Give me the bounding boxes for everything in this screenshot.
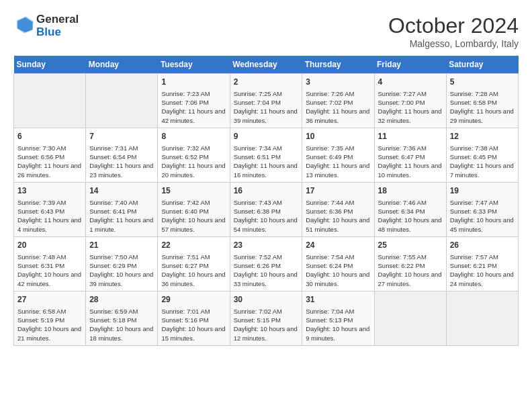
day-info: Sunrise: 7:51 AM Sunset: 6:27 PM Dayligh…: [161, 253, 225, 287]
day-number: 11: [378, 131, 443, 142]
day-cell: 2Sunrise: 7:25 AM Sunset: 7:04 PM Daylig…: [230, 74, 302, 128]
day-cell: 24Sunrise: 7:54 AM Sunset: 6:24 PM Dayli…: [302, 236, 374, 291]
day-number: 20: [17, 240, 82, 251]
day-info: Sunrise: 7:28 AM Sunset: 6:58 PM Dayligh…: [450, 90, 514, 124]
day-cell: 1Sunrise: 7:23 AM Sunset: 7:06 PM Daylig…: [158, 74, 230, 128]
day-number: 7: [89, 131, 154, 142]
day-cell: 4Sunrise: 7:27 AM Sunset: 7:00 PM Daylig…: [374, 74, 446, 128]
day-number: 17: [306, 185, 370, 197]
page-header: General Blue October 2024 Malgesso, Lomb…: [13, 13, 519, 49]
day-number: 26: [450, 240, 515, 251]
col-header-friday: Friday: [374, 56, 446, 74]
day-cell: [374, 291, 446, 345]
logo: General Blue: [13, 13, 79, 38]
day-number: 18: [378, 185, 443, 197]
day-cell: 27Sunrise: 6:58 AM Sunset: 5:19 PM Dayli…: [14, 291, 86, 345]
day-number: 8: [161, 131, 226, 142]
title-block: October 2024 Malgesso, Lombardy, Italy: [388, 13, 519, 49]
day-info: Sunrise: 7:48 AM Sunset: 6:31 PM Dayligh…: [17, 253, 81, 287]
day-number: 19: [450, 185, 515, 197]
day-info: Sunrise: 7:54 AM Sunset: 6:24 PM Dayligh…: [306, 253, 369, 287]
day-cell: 21Sunrise: 7:50 AM Sunset: 6:29 PM Dayli…: [86, 236, 158, 291]
day-cell: 3Sunrise: 7:26 AM Sunset: 7:02 PM Daylig…: [302, 74, 374, 128]
day-cell: 18Sunrise: 7:46 AM Sunset: 6:34 PM Dayli…: [374, 182, 446, 236]
day-info: Sunrise: 7:27 AM Sunset: 7:00 PM Dayligh…: [378, 90, 442, 124]
day-number: 14: [89, 185, 154, 197]
day-info: Sunrise: 7:50 AM Sunset: 6:29 PM Dayligh…: [89, 253, 153, 287]
day-number: 13: [17, 185, 82, 197]
logo-general: General: [36, 13, 79, 26]
day-cell: 17Sunrise: 7:44 AM Sunset: 6:36 PM Dayli…: [302, 182, 374, 236]
col-header-monday: Monday: [86, 56, 158, 74]
col-header-sunday: Sunday: [14, 56, 86, 74]
calendar-subtitle: Malgesso, Lombardy, Italy: [388, 38, 519, 49]
day-number: 9: [234, 131, 299, 142]
day-cell: 13Sunrise: 7:39 AM Sunset: 6:43 PM Dayli…: [14, 182, 86, 236]
week-row-5: 27Sunrise: 6:58 AM Sunset: 5:19 PM Dayli…: [14, 291, 519, 345]
day-cell: 20Sunrise: 7:48 AM Sunset: 6:31 PM Dayli…: [14, 236, 86, 291]
day-cell: 15Sunrise: 7:42 AM Sunset: 6:40 PM Dayli…: [158, 182, 230, 236]
day-info: Sunrise: 6:59 AM Sunset: 5:18 PM Dayligh…: [89, 308, 153, 342]
day-cell: 7Sunrise: 7:31 AM Sunset: 6:54 PM Daylig…: [86, 128, 158, 182]
day-info: Sunrise: 7:36 AM Sunset: 6:47 PM Dayligh…: [378, 144, 442, 179]
week-row-3: 13Sunrise: 7:39 AM Sunset: 6:43 PM Dayli…: [14, 182, 519, 236]
day-info: Sunrise: 6:58 AM Sunset: 5:19 PM Dayligh…: [17, 308, 81, 342]
day-number: 5: [450, 77, 515, 88]
day-cell: 12Sunrise: 7:38 AM Sunset: 6:45 PM Dayli…: [446, 128, 518, 182]
calendar-table: SundayMondayTuesdayWednesdayThursdayFrid…: [13, 56, 519, 346]
col-header-tuesday: Tuesday: [158, 56, 230, 74]
header-row: SundayMondayTuesdayWednesdayThursdayFrid…: [14, 56, 519, 74]
day-number: 4: [378, 77, 443, 88]
day-number: 28: [89, 294, 154, 306]
day-number: 15: [161, 185, 226, 197]
day-cell: 23Sunrise: 7:52 AM Sunset: 6:26 PM Dayli…: [230, 236, 302, 291]
day-number: 3: [306, 77, 370, 88]
day-info: Sunrise: 7:43 AM Sunset: 6:38 PM Dayligh…: [234, 199, 298, 233]
week-row-2: 6Sunrise: 7:30 AM Sunset: 6:56 PM Daylig…: [14, 128, 519, 182]
day-info: Sunrise: 7:26 AM Sunset: 7:02 PM Dayligh…: [306, 90, 369, 124]
day-info: Sunrise: 7:01 AM Sunset: 5:16 PM Dayligh…: [161, 308, 225, 342]
day-cell: 22Sunrise: 7:51 AM Sunset: 6:27 PM Dayli…: [158, 236, 230, 291]
day-cell: 6Sunrise: 7:30 AM Sunset: 6:56 PM Daylig…: [14, 128, 86, 182]
day-number: 30: [234, 294, 299, 306]
day-cell: [446, 291, 518, 345]
day-cell: 28Sunrise: 6:59 AM Sunset: 5:18 PM Dayli…: [86, 291, 158, 345]
svg-marker-1: [17, 16, 34, 33]
day-info: Sunrise: 7:52 AM Sunset: 6:26 PM Dayligh…: [234, 253, 298, 287]
day-cell: 8Sunrise: 7:32 AM Sunset: 6:52 PM Daylig…: [158, 128, 230, 182]
logo-blue: Blue: [36, 26, 61, 38]
day-number: 24: [306, 240, 370, 251]
day-cell: [86, 74, 158, 128]
day-info: Sunrise: 7:44 AM Sunset: 6:36 PM Dayligh…: [306, 199, 369, 233]
day-cell: [14, 74, 86, 128]
day-cell: 30Sunrise: 7:02 AM Sunset: 5:15 PM Dayli…: [230, 291, 302, 345]
week-row-1: 1Sunrise: 7:23 AM Sunset: 7:06 PM Daylig…: [14, 74, 519, 128]
day-number: 27: [17, 294, 82, 306]
day-cell: 14Sunrise: 7:40 AM Sunset: 6:41 PM Dayli…: [86, 182, 158, 236]
day-cell: 5Sunrise: 7:28 AM Sunset: 6:58 PM Daylig…: [446, 74, 518, 128]
day-number: 29: [161, 294, 226, 306]
day-cell: 31Sunrise: 7:04 AM Sunset: 5:13 PM Dayli…: [302, 291, 374, 345]
day-cell: 29Sunrise: 7:01 AM Sunset: 5:16 PM Dayli…: [158, 291, 230, 345]
day-info: Sunrise: 7:25 AM Sunset: 7:04 PM Dayligh…: [234, 90, 298, 124]
day-info: Sunrise: 7:30 AM Sunset: 6:56 PM Dayligh…: [17, 144, 81, 179]
col-header-thursday: Thursday: [302, 56, 374, 74]
day-cell: 10Sunrise: 7:35 AM Sunset: 6:49 PM Dayli…: [302, 128, 374, 182]
day-number: 25: [378, 240, 443, 251]
day-cell: 25Sunrise: 7:55 AM Sunset: 6:22 PM Dayli…: [374, 236, 446, 291]
week-row-4: 20Sunrise: 7:48 AM Sunset: 6:31 PM Dayli…: [14, 236, 519, 291]
day-cell: 11Sunrise: 7:36 AM Sunset: 6:47 PM Dayli…: [374, 128, 446, 182]
day-info: Sunrise: 7:47 AM Sunset: 6:33 PM Dayligh…: [450, 199, 514, 233]
day-number: 12: [450, 131, 515, 142]
day-number: 16: [234, 185, 299, 197]
day-info: Sunrise: 7:38 AM Sunset: 6:45 PM Dayligh…: [450, 144, 514, 179]
day-cell: 9Sunrise: 7:34 AM Sunset: 6:51 PM Daylig…: [230, 128, 302, 182]
day-info: Sunrise: 7:35 AM Sunset: 6:49 PM Dayligh…: [306, 144, 369, 179]
day-number: 21: [89, 240, 154, 251]
day-number: 22: [161, 240, 226, 251]
day-info: Sunrise: 7:23 AM Sunset: 7:06 PM Dayligh…: [161, 90, 225, 124]
day-info: Sunrise: 7:31 AM Sunset: 6:54 PM Dayligh…: [89, 144, 153, 179]
day-number: 1: [161, 77, 226, 88]
day-info: Sunrise: 7:57 AM Sunset: 6:21 PM Dayligh…: [450, 253, 514, 287]
day-info: Sunrise: 7:42 AM Sunset: 6:40 PM Dayligh…: [161, 199, 225, 233]
